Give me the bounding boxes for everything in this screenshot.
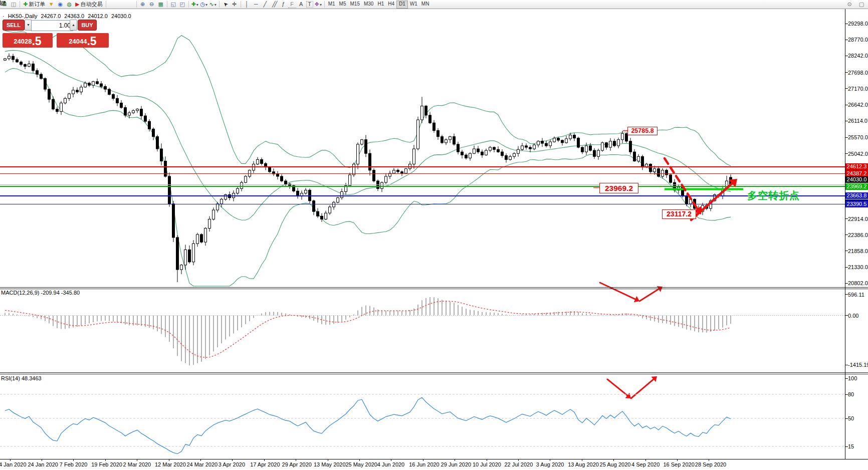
price-tick: 26114.0 <box>848 118 867 124</box>
horizontal-level-lines[interactable] <box>0 167 845 204</box>
date-tick-label: 4 Jun 2020 <box>377 461 404 467</box>
chart-bars-icon[interactable] <box>108 1 116 8</box>
date-tick-label: 16 Sep 2020 <box>663 461 694 467</box>
timeframe-button-m30[interactable]: M30 <box>362 1 375 8</box>
one-click-trading-panel: SELL ▼ ▲ BUY 24028.5 24044.5 <box>3 19 127 47</box>
search-icon[interactable]: ⊙ <box>845 1 853 8</box>
axis-price-box: 24612.3 <box>845 163 868 170</box>
new-order-button[interactable]: ✚ 新订单 <box>22 1 47 8</box>
price-tick: 28242.0 <box>848 53 868 59</box>
channel-tool-icon[interactable]: ╱╱ <box>270 1 278 8</box>
arrows-tool-icon[interactable]: ❖▾ <box>314 1 322 8</box>
rsi-down-arrow-annotation[interactable] <box>607 379 631 398</box>
timeframe-button-h4[interactable]: H4 <box>386 1 396 8</box>
timeframe-button-mn[interactable]: MN <box>419 1 431 8</box>
sell-price-main: 24028 <box>14 36 32 47</box>
trendline-tool-icon[interactable]: ╱ <box>261 1 269 8</box>
chart-canvas[interactable] <box>0 0 868 470</box>
ohlc-open: 24267.0 <box>41 13 61 19</box>
funnel-icon[interactable]: ▼ <box>47 1 55 8</box>
volume-up-stepper[interactable]: ▲ <box>70 20 77 31</box>
toolbar: ⊞ ◫ ✚ 新订单 ▼ ◉ ◍ ▶ 自动交易 ⊕ ⊖ ▦ ◱ ◰ ✚▾ ◷▾ ∿… <box>0 0 868 9</box>
volume-input[interactable] <box>31 20 73 31</box>
date-tick-label: 7 Feb 2020 <box>60 461 88 467</box>
buy-price-box[interactable]: 24044.5 <box>57 33 109 48</box>
date-tick-label: 13 May 2020 <box>314 461 346 467</box>
rsi-up-arrow-annotation[interactable] <box>631 376 657 398</box>
date-tick-label: 2 Mar 2020 <box>123 461 151 467</box>
swing-high-price-label[interactable]: 25785.8 <box>627 127 658 135</box>
chart-line-icon[interactable] <box>126 1 134 8</box>
add-indicator-icon[interactable]: ✚▾ <box>191 1 199 8</box>
sell-price-box[interactable]: 24028.5 <box>3 33 53 48</box>
text-tool-icon[interactable]: A <box>297 1 305 8</box>
axis-price-box: 23390.5 <box>845 201 868 207</box>
date-tick-label: 3 Aug 2020 <box>536 461 564 467</box>
new-order-label: 新订单 <box>29 1 45 8</box>
crosshair-icon[interactable]: ✛ <box>231 1 239 8</box>
date-tick-label: 29 Apr 2020 <box>282 461 312 467</box>
buy-price-fraction: .5 <box>87 35 96 47</box>
market-watch-icon[interactable]: ◉ <box>56 1 64 8</box>
separator <box>167 1 167 8</box>
bull-bear-pivot-note[interactable]: 多空转折点 <box>747 189 800 202</box>
tile-windows-icon[interactable]: ▦ <box>157 1 165 8</box>
new-order-plus-icon: ✚ <box>23 1 28 8</box>
rsi-tick: 100 <box>848 375 857 381</box>
date-tick-label: 3 Apr 2020 <box>219 461 245 467</box>
timeframe-button-m15[interactable]: M15 <box>348 1 362 8</box>
fibonacci-tool-icon[interactable]: ƒ <box>279 1 287 8</box>
timeframe-button-m5[interactable]: M5 <box>337 1 348 8</box>
profiles-icon[interactable]: ◫ <box>10 1 18 8</box>
axis-price-box: 23663.8 <box>845 192 868 199</box>
date-tick-label: 12 Mar 2020 <box>155 461 186 467</box>
timeframe-button-w1[interactable]: W1 <box>408 1 419 8</box>
templates-icon[interactable]: ∿▾ <box>209 1 217 8</box>
auto-trading-label: 自动交易 <box>81 1 103 8</box>
buy-price-main: 24044 <box>69 36 87 47</box>
zoom-in-icon[interactable]: ⊕ <box>139 1 147 8</box>
buy-button[interactable]: BUY <box>78 20 97 31</box>
ohlc-low: 24012.0 <box>88 13 108 19</box>
timeframe-button-d1[interactable]: D1 <box>396 1 408 9</box>
arrange-windows-icon[interactable]: ◱ <box>169 1 177 8</box>
ohlc-high: 24363.0 <box>64 13 84 19</box>
sell-button[interactable]: SELL <box>3 20 25 31</box>
mt4-window: ⊞ ◫ ✚ 新订单 ▼ ◉ ◍ ▶ 自动交易 ⊕ ⊖ ▦ ◱ ◰ ✚▾ ◷▾ ∿… <box>0 0 868 470</box>
price-tick: 25042.0 <box>848 151 868 157</box>
date-tick-label: 22 Jul 2020 <box>504 461 533 467</box>
date-tick-label: 13 Aug 2020 <box>568 461 599 467</box>
timeframe-button-m1[interactable]: M1 <box>326 1 337 8</box>
symbol-period-label: HK50-,Daily <box>8 13 38 19</box>
swing-low-price-label[interactable]: 23117.2 <box>662 209 696 219</box>
date-tick-label: 16 Jun 2020 <box>409 461 440 467</box>
chart-candles-icon[interactable] <box>117 1 125 8</box>
signal-icon[interactable]: ◍ <box>65 1 73 8</box>
price-tick: 22914.0 <box>848 216 868 222</box>
horizontal-line-tool-icon[interactable]: ─ <box>252 1 260 8</box>
vertical-line-tool-icon[interactable]: │ <box>243 1 251 8</box>
price-tick: 21330.0 <box>848 264 868 270</box>
pivot-price-label[interactable]: 23969.2 <box>599 183 638 193</box>
zoom-out-icon[interactable]: ⊖ <box>148 1 156 8</box>
sell-price-fraction: .5 <box>32 35 41 47</box>
price-tick: 20802.0 <box>848 280 868 286</box>
date-tick-label: 25 May 2020 <box>345 461 377 467</box>
macd-down-arrow-annotation[interactable] <box>600 283 639 302</box>
fibo-grid-tool-icon[interactable]: F <box>288 1 296 8</box>
separator <box>136 1 137 8</box>
up-arrow-annotation[interactable] <box>691 179 737 220</box>
timeframe-button-h1[interactable]: H1 <box>375 1 386 8</box>
separator <box>106 1 106 8</box>
arrange-windows2-icon[interactable]: ◰ <box>178 1 186 8</box>
cursor-icon[interactable]: ➤ <box>220 0 231 10</box>
macd-tick: 596.11 <box>848 292 864 298</box>
text-label-tool-icon[interactable]: T <box>306 1 313 8</box>
date-tick-label: 24 Mar 2020 <box>186 461 218 467</box>
price-tick: 29298.0 <box>848 21 868 27</box>
docking-icon[interactable]: ▢ <box>857 1 865 8</box>
period-clock-icon[interactable]: ◷▾ <box>200 1 208 8</box>
auto-trading-button[interactable]: ▶ 自动交易 <box>74 1 104 8</box>
date-tick-label: 19 Feb 2020 <box>91 461 122 467</box>
price-tick: 21858.0 <box>848 248 868 254</box>
